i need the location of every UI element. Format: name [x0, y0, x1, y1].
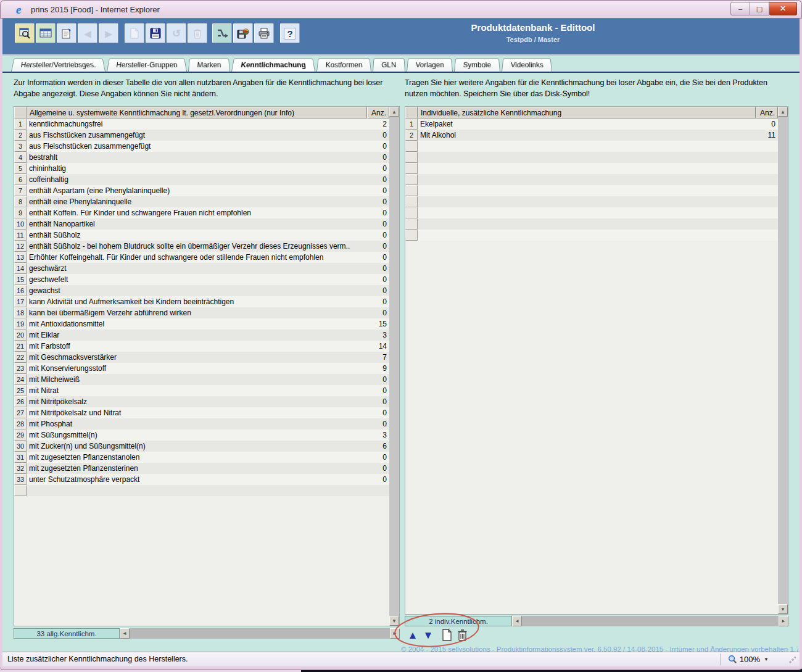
scroll-left-icon[interactable]: ◄ [120, 628, 130, 639]
table-row[interactable]: 8enthält eine Phenylalaninquelle0 [14, 196, 399, 207]
table-row[interactable]: 14geschwärzt0 [14, 263, 399, 274]
table-row[interactable]: 32mit zugesetzten Pflanzensterinen0 [14, 463, 399, 474]
table-row[interactable]: 31mit zugesetzten Pflanzenstanolen0 [14, 452, 399, 463]
table-row[interactable]: 22mit Geschmacksverstärker7 [14, 352, 399, 363]
new-row-button[interactable] [440, 628, 453, 642]
table-row[interactable]: 30mit Zucker(n) und Süßungsmittel(n)6 [14, 441, 399, 452]
table-row[interactable]: 1Ekelpaket0 [405, 118, 788, 130]
table-row[interactable]: 3aus Fleischstücken zusammengefügt0 [14, 141, 399, 152]
row-label: gewachst [27, 285, 367, 296]
scroll-right-icon[interactable]: ► [390, 628, 400, 639]
table-row[interactable] [405, 207, 788, 218]
tab-kenntlichmachung[interactable]: Kenntlichmachung [231, 58, 315, 72]
table-row[interactable]: 4bestrahlt0 [14, 152, 399, 163]
resize-grip[interactable] [788, 657, 796, 664]
delete-button[interactable] [188, 23, 207, 43]
table-row[interactable]: 7enthält Aspartam (eine Phenylalaninquel… [14, 185, 399, 196]
tab-hersteller-vertriebsges[interactable]: Hersteller/Vertriebsges. [11, 58, 105, 72]
table-row[interactable]: 29mit Süßungsmittel(n)3 [14, 429, 399, 441]
table-row[interactable]: 11enthält Süßholz0 [14, 230, 399, 241]
table-row[interactable]: 6coffeinhaltig0 [14, 174, 399, 185]
header-count-cell[interactable]: Anz. [367, 107, 389, 118]
table-row[interactable]: 2Mit Alkohol11 [405, 130, 788, 141]
right-vertical-scrollbar[interactable]: ▲ ▼ [778, 107, 788, 614]
tab-marken[interactable]: Marken [188, 58, 230, 72]
row-number: 24 [14, 374, 27, 385]
table-row[interactable] [405, 163, 788, 174]
table-row[interactable]: 27mit Nitritpökelsalz und Nitrat0 [14, 407, 399, 418]
undo-button[interactable]: ↺ [167, 23, 186, 43]
table-row[interactable]: 10enthält Nanopartikel0 [14, 218, 399, 230]
left-horizontal-scrollbar[interactable]: ◄ ► [120, 628, 400, 639]
minimize-button[interactable]: – [730, 2, 750, 15]
row-count [756, 218, 778, 230]
scroll-right-icon[interactable]: ► [779, 616, 788, 626]
table-row[interactable]: 18kann bei übermäßigem Verzehr abführend… [14, 307, 399, 318]
print-button[interactable] [254, 23, 274, 43]
back-button[interactable]: ◀ [78, 23, 97, 43]
table-row[interactable]: 28mit Phosphat0 [14, 418, 399, 429]
table-row[interactable] [405, 174, 788, 185]
table-row[interactable]: 17kann Aktivität und Aufmerksamkeit bei … [14, 296, 399, 307]
table-row[interactable]: 20mit Eiklar3 [14, 330, 399, 341]
table-row[interactable]: 12enthält Süßholz - bei hohem Blutdruck … [14, 241, 399, 252]
move-up-button[interactable]: ▲ [406, 628, 420, 642]
table-row[interactable]: 24mit Milcheiweiß0 [14, 374, 399, 385]
forward-button[interactable]: ▶ [99, 23, 118, 43]
scroll-up-icon[interactable]: ▲ [778, 107, 788, 117]
page-content: Hersteller/Vertriebsges.Hersteller-Grupp… [2, 54, 800, 652]
tab-gln[interactable]: GLN [373, 58, 405, 72]
export-button[interactable] [233, 23, 253, 43]
tab-hersteller-gruppen[interactable]: Hersteller-Gruppen [107, 58, 187, 72]
header-label-cell[interactable]: Allgemeine u. systemweite Kenntlichmachu… [27, 107, 367, 118]
tab-videolinks[interactable]: Videolinks [502, 58, 552, 72]
row-count: 0 [367, 130, 389, 141]
delete-row-button[interactable] [455, 628, 469, 642]
table-row[interactable]: 9enthält Koffein. Für Kinder und schwang… [14, 207, 399, 218]
table-row[interactable] [405, 218, 788, 230]
table-row[interactable]: 25mit Nitrat0 [14, 385, 399, 396]
row-count: 3 [367, 330, 389, 341]
tab-kostformen[interactable]: Kostformen [316, 58, 371, 72]
header-label-cell[interactable]: Individuelle, zusätzliche Kenntlichmachu… [418, 107, 756, 118]
merge-button[interactable] [212, 23, 232, 43]
table-row[interactable]: 33unter Schutzatmosphäre verpackt0 [14, 474, 399, 485]
header-count-cell[interactable]: Anz. [756, 107, 778, 118]
close-button[interactable]: ✕ [769, 2, 797, 15]
table-row[interactable]: 13Erhöhter Koffeingehalt. Für Kinder und… [14, 252, 399, 263]
table-row[interactable] [405, 141, 788, 152]
table-view-button[interactable] [36, 23, 56, 43]
table-row[interactable] [405, 185, 788, 196]
left-vertical-scrollbar[interactable]: ▲ ▼ [389, 107, 399, 626]
edit-document-button[interactable] [57, 23, 76, 43]
help-button[interactable]: ? [280, 23, 300, 43]
table-row[interactable]: 23mit Konservierungsstoff9 [14, 363, 399, 374]
scroll-up-icon[interactable]: ▲ [389, 107, 399, 117]
header-number-cell [405, 107, 418, 118]
tab-symbole[interactable]: Symbole [454, 58, 500, 72]
right-horizontal-scrollbar[interactable]: ◄ ► [512, 616, 788, 626]
table-row[interactable] [405, 230, 788, 241]
table-row[interactable]: 2aus Fischstücken zusammengefügt0 [14, 130, 399, 141]
tab-vorlagen[interactable]: Vorlagen [407, 58, 453, 72]
save-button[interactable] [146, 23, 165, 43]
form-search-button[interactable] [15, 23, 35, 43]
table-row[interactable]: 5chininhaltig0 [14, 163, 399, 174]
table-row[interactable]: 21mit Farbstoff14 [14, 341, 399, 352]
maximize-button[interactable]: ▢ [750, 2, 769, 15]
table-row[interactable]: 1kenntlichmachungsfrei2 [14, 118, 399, 130]
scroll-down-icon[interactable]: ▼ [778, 604, 788, 614]
table-row[interactable]: 26mit Nitritpökelsalz0 [14, 396, 399, 407]
table-row[interactable]: 15geschwefelt0 [14, 274, 399, 285]
move-down-button[interactable]: ▼ [421, 628, 435, 642]
scroll-down-icon[interactable]: ▼ [389, 616, 399, 626]
new-document-button[interactable] [125, 23, 144, 43]
table-row[interactable] [14, 485, 399, 496]
row-label: mit zugesetzten Pflanzenstanolen [27, 452, 367, 463]
table-row[interactable] [405, 152, 788, 163]
table-row[interactable] [405, 196, 788, 207]
scroll-left-icon[interactable]: ◄ [512, 616, 522, 626]
table-row[interactable]: 19mit Antioxidationsmittel15 [14, 318, 399, 330]
zoom-control[interactable]: 100% ▼ [720, 653, 771, 665]
table-row[interactable]: 16gewachst0 [14, 285, 399, 296]
